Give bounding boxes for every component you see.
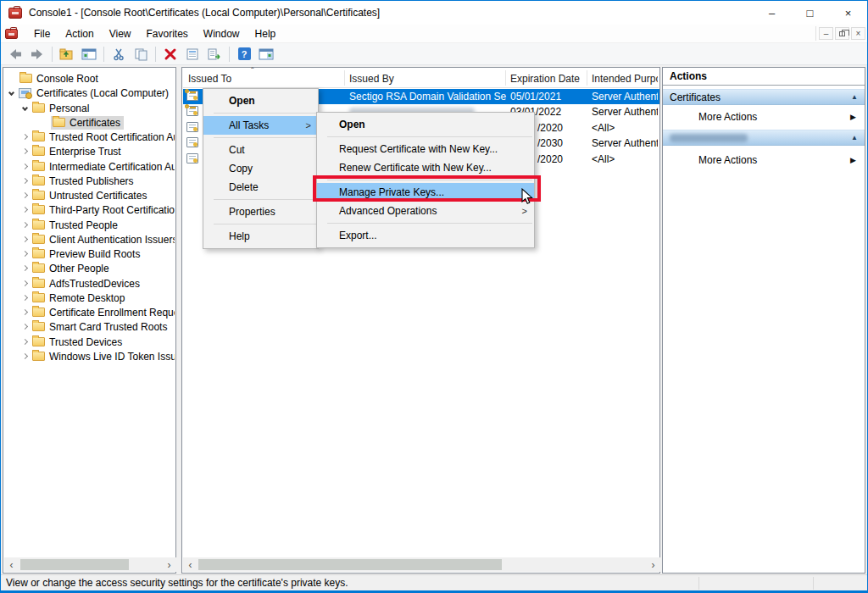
chevron-right-icon[interactable]	[22, 236, 28, 242]
collapse-icon[interactable]: ▲	[851, 93, 858, 101]
submenu-request-certificate[interactable]: Request Certificate with New Key...	[317, 140, 534, 158]
actions-section-certificate[interactable]: ▲	[663, 130, 865, 146]
tree-item-preview-build-roots[interactable]: Preview Build Roots	[4, 247, 175, 261]
column-divider[interactable]	[344, 70, 345, 86]
tree-item-label: Smart Card Trusted Roots	[49, 321, 167, 333]
chevron-right-icon[interactable]	[22, 178, 28, 184]
copy-icon[interactable]	[131, 46, 150, 63]
menu-view[interactable]: View	[102, 25, 139, 42]
mdi-close-button[interactable]: ×	[851, 27, 865, 40]
context-menu-cut[interactable]: Cut	[203, 141, 318, 159]
more-actions-item[interactable]: More Actions ▶	[663, 152, 865, 169]
chevron-right-icon[interactable]	[22, 280, 28, 286]
tree-item-trusted-devices[interactable]: Trusted Devices	[4, 335, 175, 349]
chevron-right-icon[interactable]	[22, 353, 28, 359]
column-divider[interactable]	[587, 70, 587, 86]
chevron-right-icon[interactable]	[22, 309, 28, 315]
menu-bar: File Action View Favorites Window Help	[1, 25, 867, 43]
chevron-right-icon[interactable]	[22, 295, 28, 301]
maximize-button[interactable]: □	[791, 1, 829, 25]
tree-item-enterprise-trust[interactable]: Enterprise Trust	[4, 144, 175, 158]
show-console-tree-icon[interactable]	[80, 46, 98, 63]
tree-item-third-party-root[interactable]: Third-Party Root Certification Authoriti…	[4, 202, 175, 217]
collapse-icon[interactable]: ▲	[851, 134, 858, 141]
folder-icon	[19, 74, 32, 83]
tree-item-personal[interactable]: Personal	[4, 101, 175, 115]
menu-item-label: Advanced Operations	[339, 205, 437, 217]
minimize-button[interactable]: –	[753, 1, 791, 25]
export-folder-icon[interactable]	[58, 46, 76, 63]
tree-item-other-people[interactable]: Other People	[4, 261, 175, 275]
column-issued-to[interactable]: Issued To	[188, 73, 231, 85]
context-menu-all-tasks[interactable]: All Tasks >	[203, 116, 318, 135]
tree-item-trusted-people[interactable]: Trusted People	[4, 218, 175, 232]
chevron-right-icon[interactable]	[22, 192, 28, 198]
scroll-left-arrow[interactable]: ‹	[183, 557, 198, 572]
context-menu-open[interactable]: Open	[203, 91, 318, 110]
submenu-advanced-operations[interactable]: Advanced Operations >	[317, 202, 534, 220]
chevron-right-icon[interactable]	[22, 251, 28, 257]
chevron-right-icon[interactable]	[22, 134, 28, 140]
tree-item-adfs-trusted-devices[interactable]: AdfsTrustedDevices	[4, 276, 175, 291]
chevron-down-icon[interactable]	[8, 90, 14, 96]
tree-item-console-root[interactable]: Console Root	[4, 71, 175, 86]
scroll-right-arrow[interactable]: ›	[162, 557, 176, 572]
tree-item-remote-desktop[interactable]: Remote Desktop	[4, 291, 175, 305]
mdi-child-icon[interactable]	[5, 29, 18, 39]
chevron-right-icon[interactable]	[22, 148, 28, 154]
chevron-right-icon[interactable]	[22, 222, 28, 228]
menu-action[interactable]: Action	[58, 25, 101, 42]
tree-item-smart-card-trusted-roots[interactable]: Smart Card Trusted Roots	[4, 319, 175, 334]
tree-item-cert-enrollment-requests[interactable]: Certificate Enrollment Requests	[4, 305, 175, 319]
help-icon[interactable]: ?	[235, 46, 253, 63]
tree-item-certificates-selected[interactable]: Certificates	[4, 115, 175, 130]
tree-item-untrusted-certificates[interactable]: Untrusted Certificates	[4, 188, 175, 202]
menu-help[interactable]: Help	[248, 25, 284, 42]
menu-favorites[interactable]: Favorites	[139, 25, 196, 42]
context-menu-help[interactable]: Help	[203, 227, 318, 246]
tree-item-trusted-publishers[interactable]: Trusted Publishers	[4, 174, 175, 188]
chevron-right-icon[interactable]	[22, 339, 28, 345]
submenu-renew-certificate[interactable]: Renew Certificate with New Key...	[317, 158, 534, 177]
cut-icon[interactable]	[109, 46, 128, 63]
back-icon[interactable]	[6, 46, 25, 63]
tree-item-trusted-root[interactable]: Trusted Root Certification Authorities	[4, 130, 175, 144]
help-question-glyph: ?	[238, 47, 251, 60]
mdi-restore-button[interactable]	[835, 27, 849, 40]
context-menu-delete[interactable]: Delete	[203, 178, 318, 197]
actions-section-certificates[interactable]: Certificates ▲	[663, 89, 865, 105]
tree-item-certificates-local-computer[interactable]: Certificates (Local Computer)	[4, 86, 175, 100]
chevron-down-icon[interactable]	[22, 105, 28, 111]
forward-icon[interactable]	[28, 46, 47, 63]
close-button[interactable]: ×	[829, 1, 867, 25]
delete-icon[interactable]	[161, 46, 180, 63]
mdi-minimize-button[interactable]: –	[819, 27, 833, 40]
chevron-right-icon[interactable]	[22, 324, 28, 330]
scroll-right-arrow[interactable]: ›	[646, 557, 660, 572]
column-expiration-date[interactable]: Expiration Date	[510, 73, 580, 85]
scrollbar-thumb[interactable]	[198, 559, 502, 570]
column-divider[interactable]	[505, 70, 506, 86]
menu-file[interactable]: File	[26, 25, 58, 42]
context-menu-copy[interactable]: Copy	[203, 159, 318, 178]
more-actions-item[interactable]: More Actions ▶	[663, 108, 865, 125]
column-intended-purposes[interactable]: Intended Purposes	[592, 73, 658, 85]
tree-horizontal-scrollbar[interactable]: ‹ ›	[4, 557, 176, 572]
tree-item-client-auth-issuers[interactable]: Client Authentication Issuers	[4, 232, 175, 247]
chevron-right-icon[interactable]	[22, 207, 28, 213]
properties-icon[interactable]	[183, 46, 202, 63]
scrollbar-thumb[interactable]	[20, 559, 129, 570]
menu-window[interactable]: Window	[196, 25, 248, 42]
chevron-right-icon[interactable]	[22, 265, 28, 271]
show-action-pane-icon[interactable]	[257, 46, 275, 63]
submenu-export[interactable]: Export...	[317, 226, 534, 245]
scroll-left-arrow[interactable]: ‹	[4, 557, 19, 572]
context-menu-properties[interactable]: Properties	[203, 202, 318, 221]
column-issued-by[interactable]: Issued By	[349, 73, 394, 85]
export-list-icon[interactable]	[205, 46, 224, 63]
tree-item-intermediate[interactable]: Intermediate Certification Authorities	[4, 159, 175, 174]
chevron-right-icon[interactable]	[22, 163, 28, 169]
tree-item-windows-live-id[interactable]: Windows Live ID Token Issuer	[4, 349, 175, 363]
list-horizontal-scrollbar[interactable]: ‹ ›	[183, 557, 660, 572]
submenu-open[interactable]: Open	[317, 115, 534, 134]
